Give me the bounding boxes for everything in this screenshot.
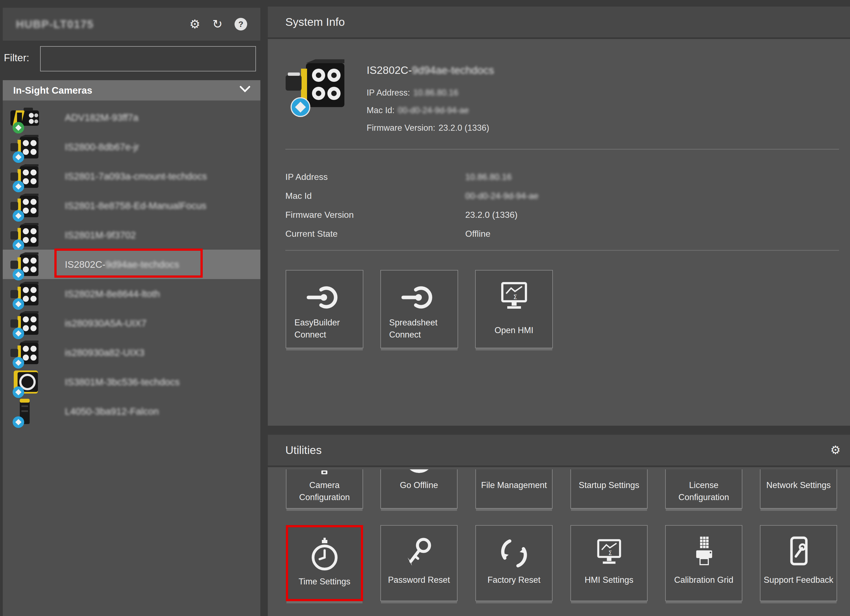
status-badge-blue [290, 97, 310, 117]
camera-list-item[interactable]: IS2801-8e8758-Ed-ManualFocus [3, 191, 260, 220]
easybuilder-connect-label: EasyBuilder Connect [286, 317, 363, 341]
status-badge [13, 181, 24, 192]
help-icon[interactable]: ? [235, 18, 247, 30]
spreadsheet-connect-label: Spreadsheet Connect [381, 317, 458, 341]
startup-settings-button[interactable]: Startup Settings [570, 469, 648, 508]
camera-name: IS2802C-9d94ae-techdocs [65, 259, 179, 270]
utilities-settings-gear-icon[interactable]: ⚙ [830, 444, 841, 456]
calibration-grid-button[interactable]: Calibration Grid [665, 525, 742, 601]
status-badge [13, 239, 24, 251]
camera-ip-line: IP Address:10.86.80.16 [367, 88, 458, 98]
cube-camera-icon [9, 134, 45, 160]
camera-configuration-label: Camera Configuration [286, 479, 362, 503]
detail-value: Offline [465, 229, 491, 239]
cube-camera-icon [9, 252, 45, 277]
status-badge [13, 357, 24, 369]
camera-list-panel: In-Sight Cameras ADV182M-93ff7a [3, 80, 260, 616]
easybuilder-connect-button[interactable]: EasyBuilder Connect [286, 270, 363, 348]
hmi-settings-button[interactable]: Σ HMI Settings [570, 525, 648, 601]
status-badge [13, 122, 24, 133]
camera-name: is280930A5A-UIX7 [65, 318, 147, 329]
status-badge [13, 416, 24, 428]
camera-configuration-icon [286, 469, 362, 475]
l4050-camera-icon [9, 398, 45, 425]
settings-gear-icon[interactable]: ⚙ [190, 18, 200, 30]
chevron-down-icon[interactable] [239, 86, 250, 93]
camera-list-item[interactable]: IS2802M-8e8644-ltoth [3, 279, 260, 308]
startup-settings-label: Startup Settings [571, 479, 647, 491]
status-badge [13, 151, 24, 163]
time-settings-label: Time Settings [288, 576, 361, 588]
cube-camera-icon [9, 193, 45, 218]
cube-camera-icon [9, 223, 45, 248]
camera-list-item[interactable]: L4050-3ba912-Falcon [3, 396, 260, 426]
password-reset-label: Password Reset [381, 574, 457, 586]
camera-list-item[interactable]: ADV182M-93ff7a [3, 103, 260, 132]
camera-name: IS3801M-3bc536-techdocs [65, 377, 180, 387]
is3801-camera-icon [9, 369, 45, 395]
file-management-label: File Management [476, 479, 552, 491]
detail-value: 23.2.0 (1336) [465, 210, 518, 220]
support-feedback-button[interactable]: Support Feedback [760, 525, 837, 601]
go-offline-button[interactable]: Go Offline [380, 469, 458, 508]
utilities-body: Camera Configuration Go Offline File Man… [268, 469, 850, 616]
camera-name: IS2801-7a093a-cmount-techdocs [65, 171, 207, 182]
network-settings-button[interactable]: Network Settings [760, 469, 837, 508]
selected-camera-name: IS2802C-9d94ae-techdocs [367, 64, 494, 76]
camera-name: IS2802M-8e8644-ltoth [65, 289, 160, 299]
svg-text:Σ: Σ [608, 550, 612, 556]
detail-value: 10.86.80.16 [465, 172, 512, 182]
camera-mac-line: Mac Id:00-d0-24-9d-94-ae [367, 105, 469, 115]
detail-label: IP Address [285, 172, 465, 182]
camera-list-item[interactable]: IS3801M-3bc536-techdocs [3, 367, 260, 396]
camera-configuration-button[interactable]: Camera Configuration [286, 469, 363, 508]
sidebar-header: HUBP-LT0175 ⚙ ↻ ? [3, 8, 260, 40]
detail-row: IP Address 10.86.80.16 [285, 167, 839, 187]
camera-list-item[interactable]: IS2801M-9f3702 [3, 220, 260, 250]
camera-list-item[interactable]: is280930A5A-UIX7 [3, 308, 260, 338]
detail-row: Mac Id 00-d0-24-9d-94-ae [285, 187, 839, 205]
cube-camera-icon [9, 281, 45, 307]
spreadsheet-connect-button[interactable]: Spreadsheet Connect [380, 270, 458, 348]
system-info-title: System Info [285, 16, 345, 28]
support-feedback-label: Support Feedback [760, 574, 837, 586]
password-reset-button[interactable]: Password Reset [380, 525, 458, 601]
sidebar-header-toolbar: ⚙ ↻ ? [190, 8, 247, 40]
open-hmi-label: Open HMI [476, 324, 552, 336]
license-configuration-button[interactable]: License Configuration [665, 469, 742, 508]
camera-list-item[interactable]: IS2801-7a093a-cmount-techdocs [3, 161, 260, 191]
open-hmi-button[interactable]: Σ Open HMI [475, 270, 553, 348]
file-management-button[interactable]: File Management [475, 469, 552, 508]
detail-label: Firmware Version [285, 210, 465, 220]
go-offline-icon [381, 469, 457, 477]
svg-text:Σ: Σ [513, 294, 517, 301]
cube-camera-icon [9, 340, 45, 365]
utilities-title: Utilities [285, 444, 322, 457]
camera-product-image [283, 58, 352, 112]
camera-name: IS2801-8e8758-Ed-ManualFocus [65, 200, 207, 211]
hmi-monitor-icon: Σ [571, 536, 647, 571]
camera-list-item[interactable]: IS2800-8db67e-jr [3, 132, 260, 161]
camera-list-item[interactable]: is280930a82-UIX3 [3, 338, 260, 367]
detail-label: Mac Id [285, 191, 465, 201]
camera-name: ADV182M-93ff7a [65, 112, 138, 123]
license-configuration-label: License Configuration [666, 479, 742, 503]
divider [285, 149, 839, 150]
calibration-grid-printer-icon [666, 536, 742, 572]
stopwatch-icon [288, 538, 361, 573]
detail-row: Current State Offline [285, 224, 839, 243]
camera-list-item-selected[interactable]: IS2802C-9d94ae-techdocs [3, 250, 260, 279]
factory-reset-icon [476, 536, 552, 572]
host-name: HUBP-LT0175 [16, 18, 94, 30]
filter-input[interactable] [40, 46, 256, 72]
support-feedback-icon [760, 536, 837, 572]
utilities-panel: Utilities ⚙ Camera Configuration Go Offl… [268, 435, 850, 616]
system-info-body: IS2802C-9d94ae-techdocs IP Address:10.86… [268, 40, 850, 426]
time-settings-button[interactable]: Time Settings [286, 525, 363, 601]
refresh-icon[interactable]: ↻ [212, 18, 223, 30]
divider [285, 250, 839, 251]
hmi-settings-label: HMI Settings [571, 574, 647, 586]
factory-reset-button[interactable]: Factory Reset [475, 525, 552, 601]
system-info-header: System Info [268, 7, 850, 39]
camera-group-header[interactable]: In-Sight Cameras [3, 80, 260, 100]
